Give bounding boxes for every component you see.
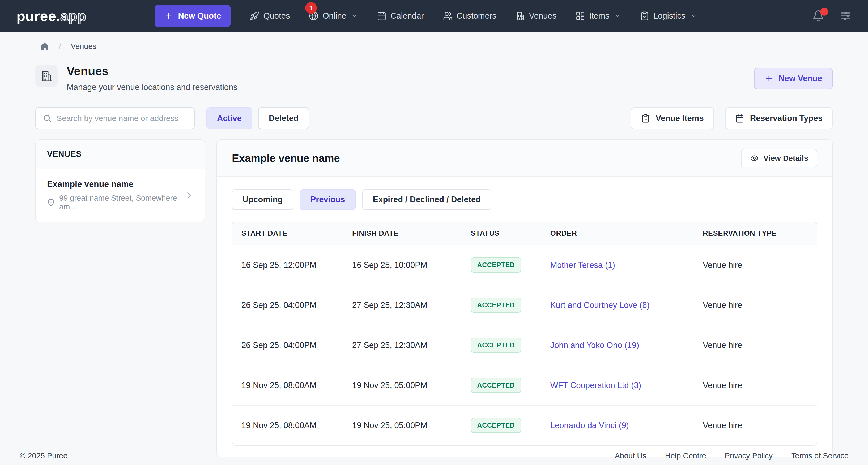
plus-icon — [164, 12, 173, 20]
status-cell: ACCEPTED — [471, 325, 550, 365]
venue-search — [35, 107, 195, 129]
page-header-text: Venues Manage your venue locations and r… — [67, 65, 238, 92]
venue-item-address: 99 great name Street, Somewhere am... — [47, 194, 184, 211]
reservation-type-cell: Venue hire — [703, 365, 817, 405]
new-quote-button[interactable]: New Quote — [155, 5, 231, 27]
column-start-date: START DATE — [232, 222, 352, 245]
status-cell: ACCEPTED — [471, 405, 550, 445]
tab-upcoming[interactable]: Upcoming — [232, 189, 293, 210]
reservations-table: START DATE FINISH DATE STATUS ORDER RESE… — [232, 222, 817, 445]
sliders-icon — [840, 10, 851, 22]
nav-label-venues: Venues — [529, 11, 556, 21]
start-date-cell: 26 Sep 25, 04:00PM — [232, 325, 352, 365]
calendar-icon — [377, 11, 386, 21]
nav-item-quotes[interactable]: Quotes — [250, 11, 290, 21]
order-link[interactable]: John and Yoko Ono (19) — [550, 340, 639, 350]
building-icon — [516, 11, 525, 21]
start-date-cell: 16 Sep 25, 12:00PM — [232, 245, 352, 285]
tab-expired-declined-deleted[interactable]: Expired / Declined / Deleted — [362, 189, 492, 210]
filter-toolbar: Active Deleted Venue Items Reservation T… — [35, 107, 833, 129]
view-details-label: View Details — [763, 154, 808, 163]
grid-icon — [576, 11, 585, 21]
notification-dot — [820, 8, 828, 16]
nav-label-calendar: Calendar — [391, 11, 424, 21]
venues-page-icon — [35, 65, 58, 87]
column-reservation-type: RESERVATION TYPE — [703, 222, 817, 245]
venue-item-name: Example venue name — [47, 179, 184, 189]
clipboard-list-icon — [641, 114, 650, 123]
calendar-icon — [735, 114, 744, 123]
top-navbar: puree.app New Quote Quotes 1 Online — [0, 0, 868, 32]
notifications-button[interactable] — [812, 10, 825, 22]
page-footer: © 2025 Puree About Us Help Centre Privac… — [20, 452, 848, 460]
deleted-filter-button[interactable]: Deleted — [258, 107, 309, 129]
footer-links: About Us Help Centre Privacy Policy Term… — [615, 452, 849, 460]
reservation-tabs: Upcoming Previous Expired / Declined / D… — [232, 189, 817, 210]
venue-items-button[interactable]: Venue Items — [631, 107, 714, 129]
table-row: 16 Sep 25, 12:00PM 16 Sep 25, 10:00PM AC… — [232, 245, 817, 285]
footer-link-help-centre[interactable]: Help Centre — [665, 452, 706, 460]
order-link[interactable]: WFT Cooperation Ltd (3) — [550, 380, 641, 390]
venue-items-label: Venue Items — [656, 113, 704, 123]
reservation-type-cell: Venue hire — [703, 285, 817, 325]
settings-button[interactable] — [840, 10, 851, 22]
new-venue-label: New Venue — [778, 74, 822, 84]
nav-item-logistics[interactable]: Logistics — [640, 11, 697, 21]
footer-link-terms-of-service[interactable]: Terms of Service — [791, 452, 848, 460]
page-subtitle: Manage your venue locations and reservat… — [67, 82, 238, 92]
reservation-types-label: Reservation Types — [750, 113, 823, 123]
tab-previous[interactable]: Previous — [300, 189, 356, 210]
breadcrumb: / Venues — [40, 41, 868, 51]
eye-icon — [750, 154, 758, 162]
order-cell: Kurt and Courtney Love (8) — [550, 285, 703, 325]
venue-list-item[interactable]: Example venue name 99 great name Street,… — [36, 169, 205, 222]
venue-detail-header: Example venue name View Details — [217, 140, 832, 177]
start-date-cell: 19 Nov 25, 08:00AM — [232, 405, 352, 445]
search-icon — [43, 114, 52, 123]
rocket-icon — [250, 11, 259, 21]
venues-list-header: VENUES — [36, 140, 205, 169]
app-logo[interactable]: puree.app — [17, 8, 86, 24]
plus-icon — [765, 74, 773, 83]
nav-item-venues[interactable]: Venues — [516, 11, 556, 21]
nav-item-items[interactable]: Items — [576, 11, 621, 21]
nav-item-calendar[interactable]: Calendar — [377, 11, 424, 21]
chevron-down-icon — [351, 13, 358, 19]
start-date-cell: 26 Sep 25, 04:00PM — [232, 285, 352, 325]
venue-detail-title: Example venue name — [232, 152, 340, 164]
active-filter-button[interactable]: Active — [206, 107, 252, 129]
table-row: 19 Nov 25, 08:00AM 19 Nov 25, 05:00PM AC… — [232, 365, 817, 405]
footer-link-about-us[interactable]: About Us — [615, 452, 647, 460]
nav-item-customers[interactable]: Customers — [443, 11, 496, 21]
order-link[interactable]: Kurt and Courtney Love (8) — [550, 300, 650, 310]
start-date-cell: 19 Nov 25, 08:00AM — [232, 365, 352, 405]
order-cell: Mother Teresa (1) — [550, 245, 703, 285]
chevron-down-icon — [690, 13, 697, 19]
finish-date-cell: 19 Nov 25, 05:00PM — [352, 405, 471, 445]
order-cell: Leonardo da Vinci (9) — [550, 405, 703, 445]
table-header-row: START DATE FINISH DATE STATUS ORDER RESE… — [232, 222, 817, 245]
order-link[interactable]: Mother Teresa (1) — [550, 260, 615, 270]
nav-label-logistics: Logistics — [653, 11, 685, 21]
home-icon[interactable] — [40, 41, 50, 51]
page-header-left: Venues Manage your venue locations and r… — [35, 65, 238, 92]
reservation-type-cell: Venue hire — [703, 325, 817, 365]
nav-label-online: Online — [322, 11, 346, 21]
reservation-type-cell: Venue hire — [703, 245, 817, 285]
status-badge: ACCEPTED — [471, 338, 521, 353]
footer-link-privacy-policy[interactable]: Privacy Policy — [725, 452, 773, 460]
users-icon — [443, 11, 453, 21]
nav-item-online[interactable]: 1 Online — [309, 11, 358, 21]
venue-item-text: Example venue name 99 great name Street,… — [47, 179, 184, 211]
view-details-button[interactable]: View Details — [741, 149, 817, 167]
new-venue-button[interactable]: New Venue — [754, 68, 833, 89]
status-cell: ACCEPTED — [471, 245, 550, 285]
order-link[interactable]: Leonardo da Vinci (9) — [550, 421, 629, 430]
chevron-down-icon — [614, 13, 621, 19]
reservation-type-cell: Venue hire — [703, 405, 817, 445]
chevron-right-icon — [184, 191, 193, 200]
status-badge: ACCEPTED — [471, 258, 521, 273]
reservation-types-button[interactable]: Reservation Types — [725, 107, 833, 129]
status-cell: ACCEPTED — [471, 285, 550, 325]
search-input[interactable] — [57, 114, 187, 123]
